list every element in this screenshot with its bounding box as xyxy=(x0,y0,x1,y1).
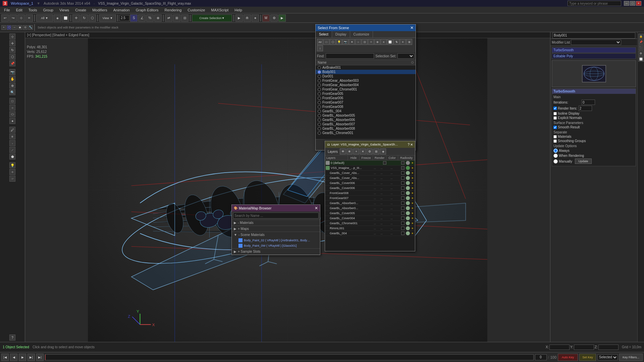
y-coord[interactable] xyxy=(574,345,594,350)
color-dot-4[interactable] xyxy=(406,181,410,185)
list-item[interactable]: FrontGear008 xyxy=(316,105,416,109)
select-button[interactable]: ⊹ xyxy=(17,14,25,22)
helpers-tool[interactable]: ✦ xyxy=(9,118,15,124)
scale-button[interactable]: ⬡ xyxy=(89,14,96,22)
layers-select-btn[interactable]: ◈ xyxy=(380,148,386,155)
manually-radio[interactable] xyxy=(553,159,558,164)
smoothing-groups-checkbox[interactable] xyxy=(553,139,557,143)
material-editor-button[interactable]: M xyxy=(262,14,270,22)
layer-item[interactable]: RimmL001 ... ... ... ☀ xyxy=(325,226,415,231)
explicit-normals-row[interactable]: Explicit Normals xyxy=(553,116,582,120)
current-frame-input[interactable] xyxy=(535,354,547,360)
sfs-close-btn[interactable]: ✕ xyxy=(410,25,414,30)
schematic-button[interactable]: ◈ xyxy=(252,14,259,22)
polygon-tool[interactable]: ⬟ xyxy=(9,154,15,160)
select-name-button[interactable]: H xyxy=(25,14,33,22)
layer-item[interactable]: GearBL_Cover_Abs... ... ... ... ☀ xyxy=(325,171,415,176)
render-iters-check[interactable] xyxy=(553,107,557,110)
modifier-turbsmooth[interactable]: TurboSmooth xyxy=(552,47,636,53)
sfs-manip-btn[interactable]: ⊕ xyxy=(374,39,380,45)
particles-tool[interactable]: ✧ xyxy=(9,169,15,175)
color-dot-9[interactable] xyxy=(406,206,410,210)
color-dot-2[interactable] xyxy=(406,171,410,175)
angle-snap[interactable]: ∠ xyxy=(138,14,146,22)
render-box-6[interactable] xyxy=(401,191,405,195)
menu-customize[interactable]: Customize xyxy=(185,7,208,13)
layer-item[interactable]: GearBL_Cover_Abs... ... ... ... ☀ xyxy=(325,176,415,181)
menu-maxscript[interactable]: MAXScript xyxy=(208,7,231,13)
sfs-object-list[interactable]: AirBrake001 Body001 Dor001 FrontGear_Abs… xyxy=(316,65,416,139)
list-item[interactable]: GearBL_Absorber007 xyxy=(316,122,416,126)
curve-editor-button[interactable]: 曲 xyxy=(244,14,251,22)
sfs-all-btn[interactable]: All xyxy=(317,39,323,45)
when-rendering-radio[interactable] xyxy=(553,154,558,158)
cylinder-tool[interactable]: ⬭ xyxy=(9,111,15,117)
panel-expand-btn[interactable]: ⬛ xyxy=(638,45,644,50)
ribbon-tool[interactable]: ≡ xyxy=(9,133,15,139)
menu-animation[interactable]: Animation xyxy=(111,7,132,13)
mirror-button[interactable]: ⇌ xyxy=(165,14,172,22)
modify-tab[interactable]: ⬡ xyxy=(7,25,11,30)
layers-hide-btn[interactable]: 👁 xyxy=(340,148,346,155)
render-box-4[interactable] xyxy=(401,181,405,185)
modifier-list-dropdown[interactable] xyxy=(571,40,621,45)
timeline-track[interactable] xyxy=(45,354,534,360)
sfs-lights-btn[interactable]: 💡 xyxy=(336,39,342,45)
when-rendering-row[interactable]: When Rendering xyxy=(553,154,584,158)
render-box-3[interactable] xyxy=(401,176,405,180)
layer-item[interactable]: GearBL_Cover004 ... ... ... ☀ xyxy=(325,216,415,221)
sphere-tool[interactable]: ○ xyxy=(9,105,15,111)
minimize-button[interactable]: ─ xyxy=(624,1,629,6)
sfs-list-btn[interactable]: ≡ xyxy=(400,39,406,45)
color-dot-5[interactable] xyxy=(406,186,410,190)
panel-lock-btn[interactable]: 🔒 xyxy=(638,34,644,39)
menu-tools[interactable]: Tools xyxy=(26,7,40,13)
motion-tab[interactable]: ◉ xyxy=(17,25,22,30)
timeline-start-btn[interactable]: |◀ xyxy=(1,354,9,361)
set-key-btn[interactable]: Set Key xyxy=(579,354,596,361)
sfs-helpers-btn[interactable]: ✦ xyxy=(349,39,355,45)
move-tool[interactable]: ✛ xyxy=(9,40,15,46)
sfs-tab-display[interactable]: Display xyxy=(332,31,350,38)
isoline-check-row[interactable]: Isoline Display xyxy=(553,112,579,115)
sfs-expand-btn[interactable]: ↕ xyxy=(317,45,323,51)
explicit-normals-checkbox[interactable] xyxy=(553,116,557,120)
render-box-13[interactable] xyxy=(401,227,405,230)
menu-rendering[interactable]: Rendering xyxy=(162,7,184,13)
color-dot-13[interactable] xyxy=(406,226,410,230)
color-dot-12[interactable] xyxy=(406,221,410,225)
list-item[interactable]: FrontGear_Chrome001 xyxy=(316,87,416,92)
mb-maps-header[interactable]: ▶ + Maps xyxy=(232,226,320,232)
list-item[interactable]: FrontGear007 xyxy=(316,100,416,105)
render-setup-button[interactable]: ⚙ xyxy=(270,14,278,22)
camera-tool[interactable]: 📷 xyxy=(9,69,15,75)
layers-settings-btn[interactable]: ⚙ xyxy=(367,148,373,155)
viewport-header[interactable]: [+] [Perspective] [Shaded + Edged Faces] xyxy=(25,32,550,38)
render-box-10[interactable] xyxy=(401,212,405,215)
color-dot-6[interactable] xyxy=(406,191,410,195)
timeline-play-btn[interactable]: ▶ xyxy=(19,354,26,361)
color-dot[interactable] xyxy=(406,161,410,165)
display-tab[interactable]: ⊙ xyxy=(23,25,28,30)
spinner-snap[interactable]: ⊕ xyxy=(154,14,162,22)
place-tool[interactable]: 📌 xyxy=(9,60,15,66)
render-box[interactable] xyxy=(401,161,405,165)
mb-scene-item-1[interactable]: Body_Paint_02 ( VRayMtl ) [AirBrake001, … xyxy=(232,238,320,243)
selected-dropdown[interactable]: Selected xyxy=(597,354,618,360)
sfs-geometry-btn[interactable]: □ xyxy=(323,39,329,45)
list-item[interactable]: GearBL_004 xyxy=(316,109,416,113)
always-row[interactable]: Always xyxy=(553,148,570,153)
sfs-space-btn[interactable]: ○ xyxy=(355,39,361,45)
isoline-checkbox[interactable] xyxy=(553,112,557,115)
edge-tool[interactable]: ⟋ xyxy=(9,147,15,153)
render-box-9[interactable] xyxy=(401,206,405,210)
pan-tool[interactable]: ✋ xyxy=(9,76,15,82)
layer-item[interactable]: GearBL_004 ... ... ... ☀ xyxy=(325,231,415,236)
smooth-result-checkbox[interactable] xyxy=(553,126,557,129)
auto-key-btn[interactable]: Auto Key xyxy=(558,354,578,361)
color-dot[interactable] xyxy=(406,166,410,170)
sfs-particles-btn[interactable]: ✧ xyxy=(368,39,374,45)
play-button[interactable]: ▶ xyxy=(235,14,243,22)
menu-modifiers[interactable]: Modifiers xyxy=(90,7,110,13)
layer-item[interactable]: 0 (default) ☀ xyxy=(325,161,415,166)
